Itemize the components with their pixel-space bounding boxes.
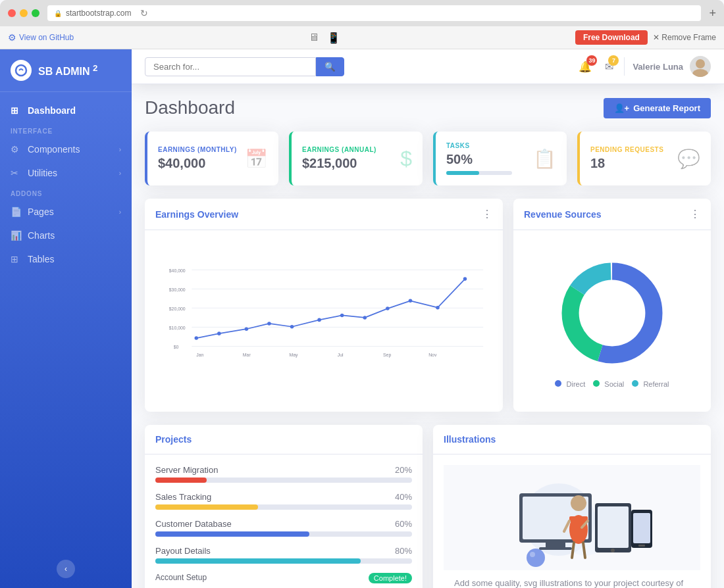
- components-icon: ⚙: [11, 144, 21, 155]
- line-chart-area: $40,000 $30,000 $20,000 $10,000 $0: [155, 241, 492, 385]
- url-display: startbootstrap.com: [66, 9, 131, 18]
- projects-card: Projects Server Migration 20%: [145, 425, 423, 588]
- bottom-row: Projects Server Migration 20%: [145, 425, 711, 588]
- dashboard-icon: ⊞: [11, 105, 21, 116]
- projects-card-body: Server Migration 20% Sales Tracking: [145, 454, 423, 588]
- charts-icon: 📊: [11, 230, 21, 241]
- stat-card-pending: PENDING REQUESTS 18 💬: [577, 132, 711, 185]
- projects-title: Projects: [155, 434, 192, 445]
- messages-badge: 7: [608, 55, 619, 66]
- project-bar-bg-1: [155, 504, 412, 510]
- svg-point-20: [217, 331, 221, 335]
- svg-text:Jul: Jul: [338, 353, 344, 357]
- earnings-chart-body: $40,000 $30,000 $20,000 $10,000 $0: [145, 230, 503, 396]
- topbar-right: 🔔 39 ✉ 7 Valerie Luna: [576, 56, 711, 77]
- earnings-chart-title: Earnings Overview: [155, 209, 238, 220]
- stat-value-0: $40,000: [158, 156, 237, 171]
- generate-report-button[interactable]: 👤+ Generate Report: [604, 98, 711, 118]
- pages-chevron: ›: [119, 208, 121, 216]
- components-chevron: ›: [119, 146, 121, 153]
- stat-card-earnings-monthly: EARNINGS (MONTHLY) $40,000 📅: [145, 132, 278, 185]
- svg-text:Jan: Jan: [196, 353, 203, 357]
- svg-text:May: May: [289, 353, 298, 358]
- stat-cards: EARNINGS (MONTHLY) $40,000 📅 EARNINGS (A…: [145, 132, 711, 185]
- clipboard-icon: 📋: [533, 148, 556, 170]
- notifications-button[interactable]: 🔔 39: [576, 58, 594, 76]
- svg-rect-49: [569, 516, 588, 522]
- legend-dot-referral: [632, 380, 638, 387]
- svg-point-54: [527, 549, 545, 567]
- tablet-icon[interactable]: 📱: [327, 32, 340, 44]
- svg-point-19: [195, 336, 199, 340]
- earnings-chart-menu[interactable]: ⋮: [482, 208, 492, 220]
- desktop-icon[interactable]: 🖥: [309, 32, 319, 44]
- illustrations-card-body: Add some quality, svg illustrations to y…: [433, 454, 711, 588]
- close-dot: [8, 9, 16, 17]
- tasks-progress-bar: [446, 171, 512, 175]
- sidebar-item-components[interactable]: ⚙ Components ›: [0, 137, 132, 161]
- stat-card-earnings-annual: EARNINGS (ANNUAL) $215,000 $: [289, 132, 423, 185]
- illustrations-card: Illustrations: [433, 425, 711, 588]
- calendar-icon: 📅: [245, 148, 268, 170]
- stat-label-3: PENDING REQUESTS: [590, 146, 663, 153]
- sidebar-item-label-tables: Tables: [28, 254, 54, 264]
- user-plus-icon: 👤+: [614, 103, 630, 113]
- svg-point-29: [436, 306, 440, 310]
- svg-point-27: [386, 306, 390, 310]
- svg-point-43: [611, 549, 615, 552]
- page-content: Dashboard 👤+ Generate Report EARNINGS (M…: [132, 84, 724, 588]
- messages-button[interactable]: ✉ 7: [602, 58, 616, 76]
- project-bar-fill-3: [155, 558, 361, 564]
- project-item-account: Account Setup Complete!: [155, 573, 412, 583]
- svg-point-0: [16, 65, 26, 76]
- project-bar-fill-0: [155, 478, 207, 483]
- sidebar-item-charts[interactable]: 📊 Charts: [0, 224, 132, 247]
- svg-point-22: [267, 322, 271, 326]
- user-info[interactable]: Valerie Luna: [633, 56, 711, 77]
- sidebar-item-label-charts: Charts: [28, 230, 55, 241]
- project-pct-3: 80%: [395, 546, 412, 556]
- github-link[interactable]: ⚙ View on GitHub: [8, 32, 74, 43]
- sidebar-item-label-components: Components: [28, 144, 80, 155]
- svg-point-1: [696, 59, 705, 68]
- project-bar-fill-2: [155, 531, 309, 537]
- sidebar-item-utilities[interactable]: ✂ Utilities ›: [0, 161, 132, 185]
- lock-icon: 🔒: [54, 10, 62, 17]
- sidebar-item-tables[interactable]: ⊞ Tables: [0, 247, 132, 271]
- project-pct-0: 20%: [395, 465, 412, 475]
- illustrations-card-header: Illustrations: [433, 425, 711, 454]
- free-download-button[interactable]: Free Download: [575, 30, 648, 45]
- search-button[interactable]: 🔍: [316, 57, 344, 76]
- tables-icon: ⊞: [11, 254, 21, 264]
- search-input[interactable]: [145, 57, 316, 76]
- svg-rect-39: [546, 543, 565, 548]
- remove-frame-button[interactable]: ✕ Remove Frame: [653, 33, 716, 42]
- svg-point-26: [363, 316, 367, 320]
- earnings-chart-card: Earnings Overview ⋮ $40,000 $30,000 $20,…: [145, 199, 503, 412]
- svg-point-23: [290, 325, 294, 329]
- legend-direct: Direct: [555, 380, 585, 388]
- revenue-chart-menu[interactable]: ⋮: [690, 208, 700, 220]
- sidebar-item-pages[interactable]: 📄 Pages ›: [0, 200, 132, 224]
- sidebar-item-dashboard[interactable]: ⊞ Dashboard: [0, 99, 132, 122]
- project-item-payout: Payout Details 80%: [155, 546, 412, 564]
- refresh-icon[interactable]: ↻: [140, 8, 148, 18]
- github-icon: ⚙: [8, 32, 16, 43]
- utilities-chevron: ›: [119, 170, 121, 177]
- illustration-area: Add some quality, svg illustrations to y…: [444, 465, 700, 588]
- sidebar-item-label-pages: Pages: [28, 207, 54, 217]
- project-pct-1: 40%: [395, 492, 412, 502]
- sidebar-item-label-dashboard: Dashboard: [28, 105, 76, 116]
- revenue-chart-header: Revenue Sources ⋮: [513, 199, 711, 230]
- project-name-3: Payout Details: [155, 546, 211, 556]
- pages-icon: 📄: [11, 207, 21, 217]
- new-tab-button[interactable]: +: [709, 7, 716, 20]
- project-bar-bg-3: [155, 558, 412, 564]
- svg-point-55: [530, 552, 535, 557]
- donut-chart-svg: [553, 254, 671, 372]
- collapse-sidebar-button[interactable]: ‹: [57, 560, 75, 578]
- project-item-sales: Sales Tracking 40%: [155, 492, 412, 510]
- revenue-chart-title: Revenue Sources: [524, 209, 602, 220]
- svg-text:$10,000: $10,000: [169, 326, 186, 330]
- illustration-svg: [480, 467, 664, 569]
